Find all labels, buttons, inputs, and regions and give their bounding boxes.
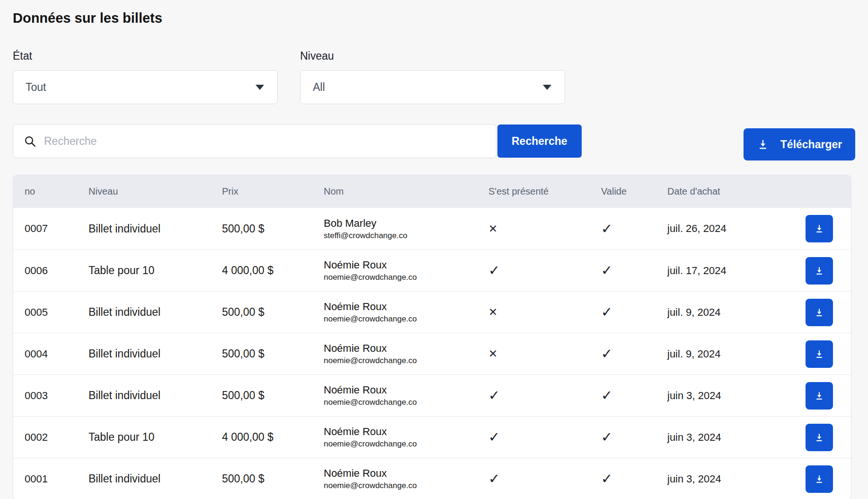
cell-ticket-number: 0004 <box>25 348 89 360</box>
col-header-nom: Nom <box>324 186 488 197</box>
cell-ticket-number: 0006 <box>25 265 89 277</box>
row-download-button[interactable] <box>806 299 833 326</box>
buyer-email: steffi@crowdchange.co <box>324 231 488 241</box>
ticket-data-page: Données sur les billets État Tout Niveau… <box>0 0 868 499</box>
cell-nom: Noémie Roux noemie@crowdchange.co <box>324 467 488 490</box>
download-icon <box>814 307 824 318</box>
download-icon <box>814 223 824 234</box>
valid-status-icon: ✓ <box>601 347 667 361</box>
valid-status-icon: ✓ <box>601 472 667 486</box>
table-row: 0004 Billet individuel 500,00 $ Noémie R… <box>13 333 851 374</box>
cell-prix: 4 000,00 $ <box>222 431 324 444</box>
checked-in-status-icon: ✕ <box>488 348 601 359</box>
download-icon <box>814 432 824 443</box>
download-button-label: Télécharger <box>780 138 842 151</box>
cell-actions <box>788 424 851 451</box>
cell-prix: 500,00 $ <box>222 223 324 235</box>
cell-actions <box>788 215 851 242</box>
cell-ticket-number: 0007 <box>25 223 89 235</box>
row-download-button[interactable] <box>806 340 833 368</box>
buyer-name: Noémie Roux <box>324 426 488 438</box>
buyer-name: Bob Marley <box>324 217 488 230</box>
col-header-valide: Valide <box>601 186 667 197</box>
buyer-name: Noémie Roux <box>324 301 488 313</box>
checked-in-status-icon: ✓ <box>488 430 601 444</box>
search-box <box>13 124 496 158</box>
etat-select-value: Tout <box>26 81 46 94</box>
col-header-niveau: Niveau <box>89 186 222 197</box>
col-header-present: S'est présenté <box>488 186 601 197</box>
cell-niveau: Billet individuel <box>89 389 222 402</box>
search-button[interactable]: Recherche <box>497 125 582 158</box>
row-download-button[interactable] <box>806 215 833 242</box>
table-row: 0001 Billet individuel 500,00 $ Noémie R… <box>13 458 851 499</box>
valid-status-icon: ✓ <box>601 389 667 402</box>
valid-status-icon: ✓ <box>601 222 667 236</box>
cell-niveau: Billet individuel <box>89 306 222 319</box>
table-row: 0005 Billet individuel 500,00 $ Noémie R… <box>13 291 851 333</box>
cell-purchase-date: juin 3, 2024 <box>667 473 788 485</box>
chevron-down-icon <box>256 85 264 90</box>
cell-ticket-number: 0002 <box>25 431 89 444</box>
niveau-select[interactable]: All <box>300 70 565 104</box>
table-row: 0006 Table pour 10 4 000,00 $ Noémie Rou… <box>13 250 851 291</box>
download-icon <box>814 266 824 276</box>
download-icon <box>814 349 824 359</box>
row-download-button[interactable] <box>806 465 833 493</box>
cell-niveau: Table pour 10 <box>89 264 222 277</box>
row-download-button[interactable] <box>806 257 833 285</box>
table-row: 0003 Billet individuel 500,00 $ Noémie R… <box>13 374 851 416</box>
cell-purchase-date: juil. 9, 2024 <box>667 306 788 319</box>
col-header-date: Date d'achat <box>667 186 788 197</box>
download-button[interactable]: Télécharger <box>744 128 855 160</box>
cell-niveau: Billet individuel <box>89 472 222 485</box>
buyer-name: Noémie Roux <box>324 342 488 355</box>
buyer-name: Noémie Roux <box>324 467 488 480</box>
cell-ticket-number: 0001 <box>25 473 89 485</box>
cell-niveau: Table pour 10 <box>89 431 222 444</box>
cell-prix: 500,00 $ <box>222 306 324 319</box>
niveau-select-value: All <box>313 81 325 94</box>
filters-row: État Tout Niveau All <box>13 50 855 104</box>
niveau-label: Niveau <box>300 50 565 62</box>
cell-purchase-date: juil. 17, 2024 <box>667 265 788 277</box>
checked-in-status-icon: ✕ <box>488 223 601 234</box>
cell-nom: Noémie Roux noemie@crowdchange.co <box>324 384 488 407</box>
cell-ticket-number: 0005 <box>25 306 89 319</box>
checked-in-status-icon: ✕ <box>488 307 601 318</box>
download-icon <box>814 474 824 484</box>
cell-actions <box>788 340 851 368</box>
row-download-button[interactable] <box>806 424 833 451</box>
cell-prix: 4 000,00 $ <box>222 264 324 277</box>
etat-label: État <box>13 50 278 62</box>
buyer-name: Noémie Roux <box>324 259 488 271</box>
valid-status-icon: ✓ <box>601 264 667 277</box>
cell-nom: Noémie Roux noemie@crowdchange.co <box>324 426 488 449</box>
search-row: Recherche Télécharger <box>13 124 855 160</box>
page-title: Données sur les billets <box>13 10 855 26</box>
table-body: 0007 Billet individuel 500,00 $ Bob Marl… <box>13 208 851 499</box>
cell-nom: Noémie Roux noemie@crowdchange.co <box>324 301 488 324</box>
tickets-table: no Niveau Prix Nom S'est présenté Valide… <box>13 175 851 499</box>
cell-prix: 500,00 $ <box>222 348 324 360</box>
checked-in-status-icon: ✓ <box>488 472 601 486</box>
etat-select[interactable]: Tout <box>13 70 278 104</box>
valid-status-icon: ✓ <box>601 430 667 444</box>
buyer-name: Noémie Roux <box>324 384 488 396</box>
chevron-down-icon <box>543 85 551 90</box>
filter-etat: État Tout <box>13 50 278 104</box>
buyer-email: noemie@crowdchange.co <box>324 398 488 407</box>
cell-purchase-date: juin 3, 2024 <box>667 431 788 444</box>
cell-niveau: Billet individuel <box>89 348 222 360</box>
search-input[interactable] <box>44 135 487 148</box>
cell-actions <box>788 257 851 285</box>
buyer-email: noemie@crowdchange.co <box>324 356 488 365</box>
checked-in-status-icon: ✓ <box>488 389 601 402</box>
cell-purchase-date: juil. 26, 2024 <box>667 223 788 235</box>
cell-actions <box>788 382 851 410</box>
row-download-button[interactable] <box>806 382 833 410</box>
cell-actions <box>788 299 851 326</box>
buyer-email: noemie@crowdchange.co <box>324 314 488 324</box>
filter-niveau: Niveau All <box>300 50 565 104</box>
buyer-email: noemie@crowdchange.co <box>324 439 488 449</box>
